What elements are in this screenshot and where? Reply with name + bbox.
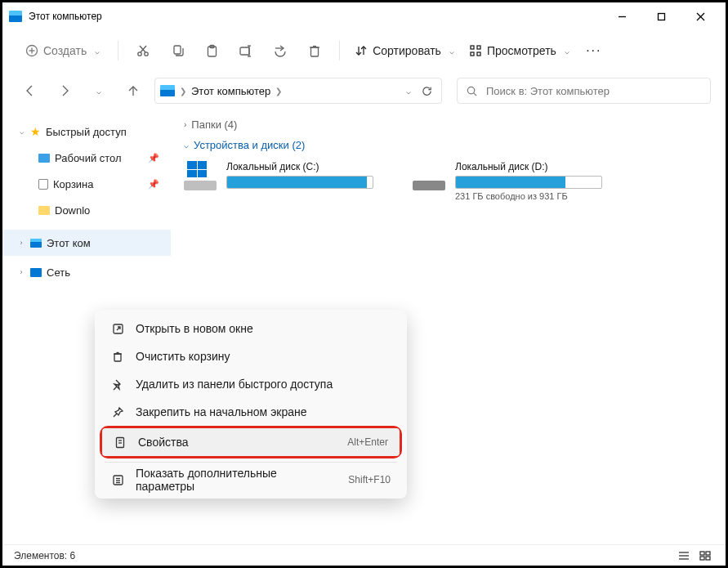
separator	[105, 462, 397, 463]
svg-line-9	[141, 46, 146, 52]
properties-icon	[114, 436, 127, 449]
drive-free: 231 ГБ свободно из 931 ГБ	[455, 191, 609, 201]
sort-label: Сортировать	[373, 44, 441, 57]
tree-network[interactable]: › Сеть	[2, 259, 171, 285]
unpin-icon	[111, 378, 124, 391]
pin-icon: 📌	[148, 153, 159, 163]
ctx-label: Удалить из панели быстрого доступа	[136, 378, 333, 391]
tree-label: Сеть	[47, 266, 70, 279]
ctx-pin-start[interactable]: Закрепить на начальном экране	[100, 398, 402, 426]
svg-rect-45	[700, 552, 704, 555]
svg-line-10	[140, 46, 145, 52]
trash-icon	[111, 350, 124, 363]
usage-bar	[455, 176, 602, 189]
minimize-button[interactable]	[603, 3, 641, 29]
tree-label: Быстрый доступ	[46, 126, 127, 138]
tree-this-pc[interactable]: › Этот ком	[2, 230, 171, 256]
window-title: Этот компьютер	[29, 11, 603, 22]
paste-button[interactable]	[197, 36, 226, 65]
chevron-down-icon: ⌵	[565, 47, 569, 56]
separator	[339, 41, 340, 60]
ctx-empty-recycle[interactable]: Очистить корзину	[100, 342, 402, 370]
ctx-shortcut: Shift+F10	[348, 474, 391, 485]
more-options-icon	[111, 473, 124, 486]
tree-desktop[interactable]: Рабочий стол 📌	[2, 145, 171, 171]
star-icon: ★	[30, 125, 41, 138]
ctx-properties[interactable]: Свойства Alt+Enter	[102, 428, 400, 456]
group-drives[interactable]: ⌵ Устройства и диски (2)	[184, 139, 712, 151]
drive-d[interactable]: Локальный диск (D:) 231 ГБ свободно из 9…	[413, 161, 609, 201]
close-button[interactable]	[681, 3, 719, 29]
svg-rect-27	[477, 52, 480, 56]
copy-button[interactable]	[163, 36, 192, 65]
drive-name: Локальный диск (C:)	[226, 161, 380, 172]
ctx-show-more[interactable]: Показать дополнительные параметры Shift+…	[100, 466, 402, 494]
svg-rect-46	[706, 552, 710, 555]
svg-point-29	[467, 87, 474, 93]
this-pc-icon	[9, 11, 22, 22]
cut-button[interactable]	[128, 36, 158, 65]
share-button[interactable]	[266, 36, 295, 65]
maximize-button[interactable]	[642, 3, 680, 29]
open-new-window-icon	[111, 322, 124, 335]
annotation-highlight: Свойства Alt+Enter	[100, 426, 402, 458]
tree-label: Рабочий стол	[55, 152, 122, 164]
search-box[interactable]: Поиск в: Этот компьютер	[457, 78, 711, 104]
svg-rect-24	[471, 46, 474, 49]
tree-downloads[interactable]: Downlo	[2, 197, 171, 223]
more-button[interactable]: ···	[579, 36, 609, 65]
group-label: Устройства и диски (2)	[194, 139, 305, 151]
back-button[interactable]	[17, 78, 43, 104]
svg-line-30	[474, 92, 476, 95]
group-label: Папки (4)	[191, 119, 237, 131]
ctx-shortcut: Alt+Enter	[347, 436, 388, 448]
group-folders[interactable]: › Папки (4)	[184, 119, 712, 131]
address-bar[interactable]: ❯ Этот компьютер ❯ ⌵	[154, 78, 442, 104]
svg-point-8	[145, 52, 148, 56]
svg-rect-19	[311, 47, 319, 56]
context-menu: Открыть в новом окне Очистить корзину Уд…	[95, 310, 407, 499]
rename-button[interactable]	[231, 36, 261, 65]
chevron-right-icon: ❯	[180, 87, 186, 96]
ctx-unpin-quick[interactable]: Удалить из панели быстрого доступа	[100, 370, 402, 398]
refresh-icon[interactable]	[421, 85, 433, 97]
tree-recycle[interactable]: Корзина 📌	[2, 171, 171, 197]
svg-rect-14	[240, 47, 249, 55]
tree-label: Корзина	[53, 178, 94, 190]
forward-button[interactable]	[51, 78, 78, 104]
ctx-label: Открыть в новом окне	[136, 322, 253, 335]
separator	[118, 41, 118, 60]
recycle-icon	[38, 179, 48, 190]
svg-point-7	[138, 52, 141, 56]
breadcrumb-item[interactable]: Этот компьютер	[191, 85, 270, 97]
drive-icon	[413, 161, 445, 190]
drive-c[interactable]: Локальный диск (C:)	[184, 161, 380, 201]
view-button[interactable]: Просмотреть ⌵	[464, 36, 574, 65]
status-bar: Элементов: 6	[2, 544, 726, 566]
sort-button[interactable]: Сортировать ⌵	[350, 36, 459, 65]
chevron-down-icon: ⌵	[449, 47, 454, 56]
status-items: Элементов: 6	[14, 550, 75, 561]
ctx-open-new-window[interactable]: Открыть в новом окне	[100, 315, 402, 342]
svg-rect-32	[114, 354, 121, 361]
chevron-down-icon: ⌵	[95, 47, 100, 56]
new-button[interactable]: Создать ⌵	[17, 36, 108, 65]
up-button[interactable]	[120, 78, 146, 104]
svg-rect-47	[700, 557, 704, 560]
new-label: Создать	[43, 44, 87, 57]
chevron-down-icon[interactable]: ⌵	[406, 87, 411, 96]
usage-bar	[226, 176, 373, 189]
ctx-label: Закрепить на начальном экране	[136, 405, 307, 418]
view-large-button[interactable]	[696, 548, 714, 563]
tree-quick-access[interactable]: ⌵ ★ Быстрый доступ	[2, 119, 171, 145]
recent-dropdown[interactable]: ⌵	[86, 78, 112, 104]
view-details-button[interactable]	[675, 548, 693, 563]
desktop-icon	[38, 154, 50, 163]
pin-icon: 📌	[148, 179, 159, 190]
chevron-down-icon: ⌵	[17, 127, 25, 136]
svg-rect-1	[658, 13, 664, 20]
search-icon	[466, 85, 478, 97]
this-pc-icon	[30, 239, 42, 248]
ctx-label: Показать дополнительные параметры	[136, 467, 337, 493]
delete-button[interactable]	[300, 36, 329, 65]
